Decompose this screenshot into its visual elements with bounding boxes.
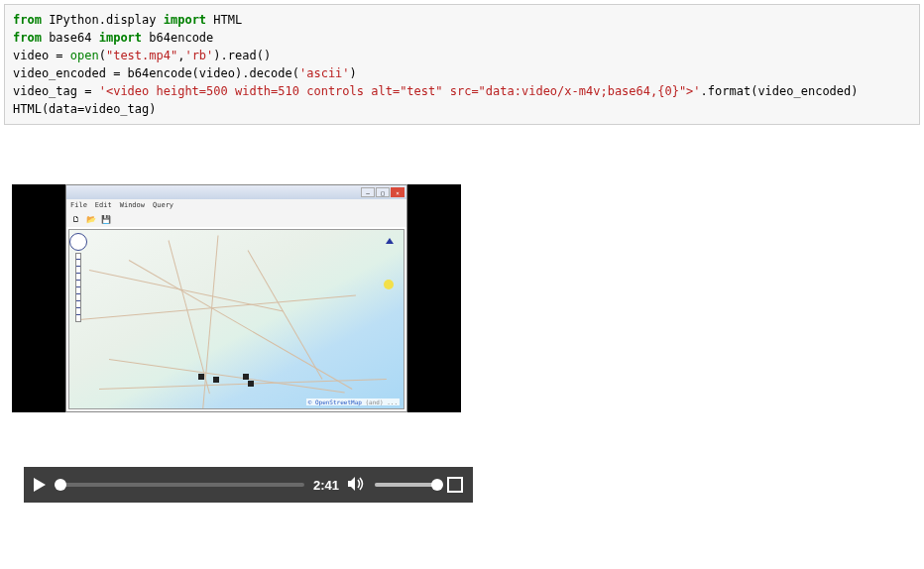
video-frame: – □ × File Edit Window Query 🗋 📂 💾: [12, 184, 461, 412]
progress-slider[interactable]: [55, 483, 304, 487]
menu-window[interactable]: Window: [120, 201, 145, 209]
minimize-icon[interactable]: –: [361, 187, 375, 197]
menu-query[interactable]: Query: [153, 201, 173, 209]
map-pane[interactable]: © OpenStreetMap (and) ...: [68, 229, 404, 409]
menu-file[interactable]: File: [70, 201, 87, 209]
map-marker: [248, 381, 254, 387]
map-attribution: © OpenStreetMap (and) ...: [306, 398, 400, 405]
map-roads: [69, 230, 404, 408]
progress-thumb-icon[interactable]: [55, 479, 66, 491]
video-output: – □ × File Edit Window Query 🗋 📂 💾: [12, 184, 924, 503]
window-controls: – □ ×: [361, 187, 404, 197]
code-cell: from IPython.display import HTML from ba…: [4, 4, 920, 125]
fullscreen-button[interactable]: [447, 477, 463, 493]
menubar: File Edit Window Query: [66, 199, 406, 211]
toolbar: 🗋 📂 💾: [66, 211, 406, 227]
play-button[interactable]: [34, 478, 46, 492]
volume-slider[interactable]: [375, 483, 438, 487]
menu-edit[interactable]: Edit: [95, 201, 112, 209]
close-icon[interactable]: ×: [391, 187, 404, 197]
tool-new-icon[interactable]: 🗋: [70, 213, 82, 225]
maximize-icon[interactable]: □: [376, 187, 390, 197]
tool-open-icon[interactable]: 📂: [85, 213, 97, 225]
map-marker: [198, 374, 204, 380]
time-display: 2:41: [313, 478, 339, 493]
volume-fill: [375, 483, 438, 487]
code-line-6: HTML(data=video_tag): [13, 100, 911, 118]
map-marker: [213, 377, 219, 383]
zoom-control[interactable]: [72, 233, 84, 322]
code-line-3: video = open("test.mp4",'rb').read(): [13, 47, 911, 64]
map-marker-triangle-icon: [386, 238, 394, 244]
tool-save-icon[interactable]: 💾: [100, 213, 112, 225]
window-titlebar: – □ ×: [66, 185, 406, 199]
code-line-4: video_encoded = b64encode(video).decode(…: [13, 64, 911, 82]
video-controls: 2:41: [24, 467, 473, 503]
volume-icon[interactable]: [348, 476, 366, 495]
zoom-slider[interactable]: [75, 253, 81, 322]
code-line-2: from base64 import b64encode: [13, 29, 911, 47]
code-line-5: video_tag = '<video height=500 width=510…: [13, 82, 911, 100]
volume-thumb-icon[interactable]: [431, 479, 443, 491]
map-marker: [243, 374, 249, 380]
map-marker-yellow-icon: [384, 280, 394, 289]
app-window: – □ × File Edit Window Query 🗋 📂 💾: [65, 184, 407, 412]
pan-dial-icon[interactable]: [69, 233, 87, 251]
code-line-1: from IPython.display import HTML: [13, 11, 911, 29]
